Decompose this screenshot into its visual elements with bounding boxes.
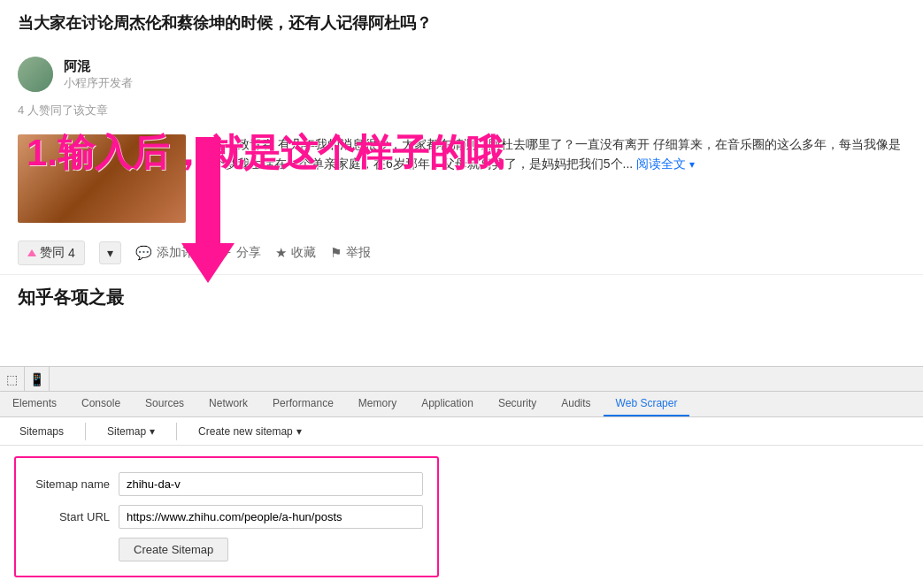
- share-icon: ✈: [220, 245, 232, 261]
- chevron-down-icon: ▾: [689, 158, 695, 171]
- avatar: [18, 57, 53, 92]
- tab-application[interactable]: Application: [409, 392, 486, 416]
- report-action[interactable]: ⚑ 举报: [330, 245, 371, 261]
- avatar-image: [18, 57, 53, 92]
- separator-2: [176, 423, 177, 440]
- inspect-element-icon[interactable]: ⬚: [0, 367, 25, 392]
- star-icon: ★: [275, 245, 287, 261]
- author-name: 阿混: [64, 58, 133, 75]
- tab-sources[interactable]: Sources: [133, 392, 196, 416]
- report-label: 举报: [346, 245, 371, 261]
- tab-performance[interactable]: Performance: [260, 392, 346, 416]
- tab-console[interactable]: Console: [69, 392, 133, 416]
- vote-label: 赞同: [40, 245, 65, 261]
- author-info: 阿混 小程序开发者: [64, 58, 133, 91]
- vote-button[interactable]: 赞同 4: [18, 241, 85, 265]
- sitemaps-label: Sitemaps: [19, 425, 64, 438]
- section-title: 知乎各项之最: [0, 275, 923, 317]
- share-label: 分享: [236, 245, 261, 261]
- vote-count: 4: [68, 246, 75, 260]
- share-action[interactable]: ✈ 分享: [220, 245, 261, 261]
- author-section: 阿混 小程序开发者: [0, 50, 923, 99]
- tab-security[interactable]: Security: [486, 392, 549, 416]
- devtools-panel: ⬚ 📱 Elements Console Sources Network Per…: [0, 366, 923, 588]
- flag-icon: ⚑: [330, 245, 342, 261]
- comment-action[interactable]: 💬 添加评论: [135, 245, 206, 261]
- likes-info: 4 人赞同了该文章: [0, 99, 923, 126]
- article-text-content: 阿杜：致青春 有几年我的消息很少，大家都在猜测，阿杜去哪里了？一直没有离开 仔细…: [200, 137, 901, 171]
- sitemap-toolbar: Sitemaps Sitemap ▾ Create new sitemap ▾: [0, 417, 923, 446]
- create-sitemap-dropdown-button[interactable]: Create new sitemap ▾: [188, 422, 312, 441]
- tab-elements[interactable]: Elements: [0, 392, 69, 416]
- article-body: 阿杜：致青春 有几年我的消息很少，大家都在猜测，阿杜去哪里了？一直没有离开 仔细…: [0, 126, 923, 232]
- tab-network[interactable]: Network: [196, 392, 260, 416]
- sitemap-form: Sitemap name Start URL Create Sitemap: [0, 446, 923, 588]
- tab-web-scraper[interactable]: Web Scraper: [604, 392, 690, 416]
- article-title: 当大家在讨论周杰伦和蔡徐坤的时候，还有人记得阿杜吗？: [0, 0, 923, 39]
- start-url-input[interactable]: [119, 505, 423, 529]
- sitemap-label: Sitemap: [107, 425, 146, 438]
- action-bar: 赞同 4 ▾ 💬 添加评论 ✈ 分享 ★ 收藏 ⚑ 举报: [0, 232, 923, 275]
- vote-expand-button[interactable]: ▾: [99, 241, 121, 264]
- device-toggle-icon[interactable]: 📱: [25, 367, 50, 392]
- article-image-inner: [18, 134, 186, 223]
- create-sitemap-button[interactable]: Create Sitemap: [119, 538, 228, 561]
- sitemap-name-input[interactable]: [119, 472, 423, 496]
- article-text: 阿杜：致青春 有几年我的消息很少，大家都在猜测，阿杜去哪里了？一直没有离开 仔细…: [200, 134, 905, 223]
- collect-action[interactable]: ★ 收藏: [275, 245, 316, 261]
- create-button-row: Create Sitemap: [30, 538, 423, 561]
- sitemaps-button[interactable]: Sitemaps: [9, 422, 74, 441]
- vote-triangle-icon: [27, 249, 36, 256]
- sitemap-name-label: Sitemap name: [30, 477, 110, 491]
- devtools-toolbar: ⬚ 📱: [0, 367, 923, 392]
- start-url-label: Start URL: [30, 510, 110, 523]
- start-url-row: Start URL: [30, 505, 423, 529]
- separator-1: [85, 423, 86, 440]
- comment-label: 添加评论: [157, 245, 206, 261]
- tab-audits[interactable]: Audits: [549, 392, 603, 416]
- content-area: 当大家在讨论周杰伦和蔡徐坤的时候，还有人记得阿杜吗？ 阿混 小程序开发者 4 人…: [0, 0, 923, 317]
- sitemap-dropdown-button[interactable]: Sitemap ▾: [96, 422, 165, 441]
- article-image: [18, 134, 186, 223]
- form-box: Sitemap name Start URL Create Sitemap: [14, 456, 439, 577]
- collect-label: 收藏: [291, 245, 316, 261]
- comment-icon: 💬: [135, 245, 152, 261]
- create-sitemap-chevron-icon: ▾: [296, 425, 302, 438]
- read-more-link[interactable]: 阅读全文: [636, 157, 686, 171]
- devtools-tabs: Elements Console Sources Network Perform…: [0, 392, 923, 417]
- sitemap-name-row: Sitemap name: [30, 472, 423, 496]
- create-sitemap-label: Create new sitemap: [198, 425, 293, 438]
- tab-memory[interactable]: Memory: [346, 392, 409, 416]
- sitemap-chevron-icon: ▾: [150, 425, 155, 438]
- author-description: 小程序开发者: [64, 75, 133, 91]
